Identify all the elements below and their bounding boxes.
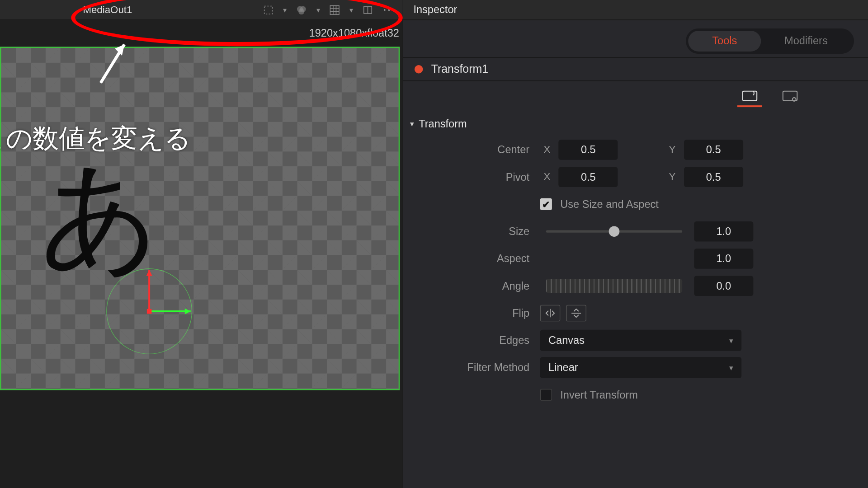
tab-settings-icon[interactable]	[778, 89, 802, 107]
inspector-title: Inspector	[413, 4, 457, 16]
use-size-aspect-label: Use Size and Aspect	[560, 198, 659, 211]
inspector-panel: Inspector ⋯ Tools Modifiers Transform1 ▾	[403, 0, 868, 488]
svg-rect-21	[783, 91, 797, 100]
size-slider[interactable]	[546, 230, 682, 233]
node-header: Transform1 ▾	[403, 57, 868, 81]
chevron-down-icon[interactable]: ▾	[349, 5, 353, 14]
tab-controls-icon[interactable]	[737, 89, 762, 107]
color-channel-icon[interactable]	[295, 3, 308, 16]
filter-method-dropdown[interactable]: Linear ▾	[540, 357, 741, 378]
svg-rect-4	[330, 5, 339, 14]
filter-value: Linear	[548, 361, 578, 374]
svg-rect-0	[264, 6, 272, 14]
svg-rect-16	[147, 309, 151, 314]
prop-label-filter: Filter Method	[410, 361, 534, 374]
viewer-header: MediaOut1 ▾ ▾ ▾ ⋯	[0, 0, 403, 20]
chevron-down-icon[interactable]: ▾	[316, 5, 320, 14]
pivot-x-field[interactable]: 0.5	[559, 167, 618, 187]
inspector-tabs: Tools Modifiers	[403, 20, 868, 58]
prop-label-size: Size	[410, 225, 534, 238]
prop-label-angle: Angle	[410, 280, 534, 292]
prop-label-edges: Edges	[410, 334, 534, 347]
invert-transform-label: Invert Transform	[560, 389, 638, 401]
prop-label-center: Center	[410, 144, 534, 156]
section-header[interactable]: ▾ Transform	[410, 114, 868, 136]
split-view-icon[interactable]	[361, 3, 374, 16]
resolution-label: 1920x1080xfloat32	[309, 27, 399, 40]
axis-y-label: Y	[669, 171, 675, 183]
svg-point-3	[298, 8, 304, 14]
svg-marker-15	[146, 270, 152, 276]
prop-flip: Flip	[410, 300, 868, 327]
size-field[interactable]: 1.0	[694, 221, 753, 242]
prop-angle: Angle 0.0	[410, 272, 868, 300]
center-y-field[interactable]: 0.5	[684, 140, 743, 160]
chevron-down-icon: ▾	[729, 336, 733, 345]
section-title: Transform	[419, 118, 467, 131]
flip-horizontal-button[interactable]	[540, 305, 561, 322]
edges-value: Canvas	[548, 334, 585, 347]
flip-vertical-button[interactable]	[566, 305, 586, 322]
chevron-down-icon: ▾	[410, 120, 414, 129]
viewer-body[interactable]: 1920x1080xfloat32 あ 5 80 85 90 95	[0, 20, 403, 488]
invert-transform-checkbox[interactable]: ✔	[540, 389, 552, 401]
use-size-aspect-checkbox[interactable]: ✔	[540, 198, 552, 210]
tab-tools[interactable]: Tools	[689, 31, 761, 52]
chevron-down-icon: ▾	[729, 363, 733, 372]
prop-edges: Edges Canvas ▾	[410, 327, 868, 354]
node-name[interactable]: Transform1	[431, 63, 488, 76]
svg-rect-20	[743, 91, 757, 100]
pivot-y-field[interactable]: 0.5	[684, 167, 743, 187]
roi-icon[interactable]	[262, 3, 275, 16]
prop-filter-method: Filter Method Linear ▾	[410, 354, 868, 381]
center-x-field[interactable]: 0.5	[559, 140, 618, 160]
angle-wheel[interactable]	[546, 279, 682, 293]
axis-y-label: Y	[669, 144, 675, 155]
chevron-down-icon[interactable]: ▾	[283, 5, 287, 14]
prop-size: Size 1.0	[410, 218, 868, 245]
more-options-icon[interactable]: ⋯	[382, 2, 396, 18]
viewer-canvas[interactable]: あ	[0, 47, 400, 390]
section-tabs	[403, 81, 868, 112]
prop-pivot: Pivot X 0.5 Y 0.5	[410, 164, 868, 191]
axis-x-label: X	[544, 171, 551, 183]
viewer-title: MediaOut1	[83, 4, 132, 16]
aspect-field[interactable]: 1.0	[694, 249, 753, 269]
tab-modifiers[interactable]: Modifiers	[761, 31, 851, 52]
transform-section: ▾ Transform Center X 0.5 Y 0.5 Pivot X 0…	[403, 112, 868, 411]
transform-gizmo[interactable]	[102, 264, 197, 359]
viewer-panel: MediaOut1 ▾ ▾ ▾ ⋯ 1920x1080xfloat32 あ	[0, 0, 403, 488]
prop-label-pivot: Pivot	[410, 171, 534, 183]
prop-center: Center X 0.5 Y 0.5	[410, 136, 868, 163]
prop-use-size-aspect: ✔ Use Size and Aspect	[410, 191, 868, 218]
svg-marker-13	[185, 309, 191, 314]
angle-field[interactable]: 0.0	[694, 276, 753, 296]
axis-x-label: X	[544, 144, 551, 155]
prop-aspect: Aspect 1.0	[410, 245, 868, 272]
grid-icon[interactable]	[328, 3, 341, 16]
prop-label-flip: Flip	[410, 307, 534, 319]
prop-invert-transform: ✔ Invert Transform	[410, 381, 868, 408]
inspector-header: Inspector ⋯	[403, 0, 868, 20]
edges-dropdown[interactable]: Canvas ▾	[540, 330, 741, 351]
node-enable-dot[interactable]	[415, 65, 423, 73]
prop-label-aspect: Aspect	[410, 253, 534, 265]
